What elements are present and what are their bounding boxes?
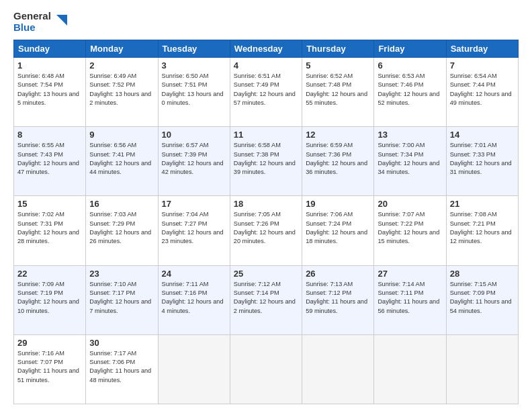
table-cell: 6 Sunrise: 6:53 AM Sunset: 7:46 PM Dayli…: [374, 58, 446, 127]
sunset-text: Sunset: 7:12 PM: [306, 289, 351, 296]
day-number: 6: [378, 60, 442, 71]
day-info: Sunrise: 7:07 AM Sunset: 7:22 PM Dayligh…: [378, 210, 442, 246]
table-cell: [374, 334, 446, 404]
table-cell: 26 Sunrise: 7:13 AM Sunset: 7:12 PM Dayl…: [302, 265, 374, 334]
day-number: 11: [234, 130, 298, 140]
sunrise-text: Sunrise: 7:00 AM: [378, 142, 425, 148]
table-cell: 14 Sunrise: 7:01 AM Sunset: 7:33 PM Dayl…: [446, 127, 518, 196]
day-info: Sunrise: 6:59 AM Sunset: 7:36 PM Dayligh…: [306, 141, 370, 177]
sunrise-text: Sunrise: 7:02 AM: [17, 211, 64, 218]
logo-general: General: [13, 11, 51, 22]
sunset-text: Sunset: 7:22 PM: [378, 220, 423, 227]
sunset-text: Sunset: 7:11 PM: [378, 289, 423, 296]
day-number: 1: [17, 60, 82, 71]
day-info: Sunrise: 7:09 AM Sunset: 7:19 PM Dayligh…: [17, 280, 82, 316]
sunset-text: Sunset: 7:36 PM: [306, 151, 351, 158]
table-cell: [158, 334, 230, 404]
sunset-text: Sunset: 7:54 PM: [17, 81, 63, 88]
logo-blue: Blue: [13, 22, 51, 34]
day-info: Sunrise: 7:13 AM Sunset: 7:12 PM Dayligh…: [306, 280, 370, 316]
calendar-table: Sunday Monday Tuesday Wednesday Thursday…: [13, 40, 519, 404]
header: General Blue: [13, 11, 519, 33]
day-info: Sunrise: 6:53 AM Sunset: 7:46 PM Dayligh…: [378, 72, 442, 107]
day-number: 5: [306, 60, 370, 71]
header-friday: Friday: [374, 40, 446, 58]
sunrise-text: Sunrise: 7:08 AM: [450, 211, 497, 218]
daylight-text: Daylight: 12 hours and 52 minutes.: [378, 91, 439, 106]
day-number: 20: [378, 199, 442, 209]
table-cell: 13 Sunrise: 7:00 AM Sunset: 7:34 PM Dayl…: [374, 127, 446, 196]
day-number: 21: [450, 199, 515, 209]
day-info: Sunrise: 6:48 AM Sunset: 7:54 PM Dayligh…: [17, 72, 82, 107]
sunrise-text: Sunrise: 7:09 AM: [17, 281, 64, 287]
week-row-4: 22 Sunrise: 7:09 AM Sunset: 7:19 PM Dayl…: [14, 265, 519, 334]
day-number: 27: [378, 269, 442, 279]
sunrise-text: Sunrise: 6:56 AM: [89, 142, 136, 148]
sunset-text: Sunset: 7:41 PM: [89, 151, 135, 158]
week-row-2: 8 Sunrise: 6:55 AM Sunset: 7:43 PM Dayli…: [14, 127, 519, 196]
day-number: 18: [234, 199, 298, 209]
day-number: 17: [162, 199, 226, 209]
sunset-text: Sunset: 7:06 PM: [89, 359, 135, 365]
sunrise-text: Sunrise: 7:01 AM: [450, 142, 497, 148]
daylight-text: Daylight: 13 hours and 2 minutes.: [89, 91, 151, 106]
sunrise-text: Sunrise: 6:54 AM: [450, 73, 497, 79]
table-cell: 12 Sunrise: 6:59 AM Sunset: 7:36 PM Dayl…: [302, 127, 374, 196]
sunrise-text: Sunrise: 6:50 AM: [162, 73, 209, 79]
sunrise-text: Sunrise: 6:59 AM: [306, 142, 353, 148]
day-info: Sunrise: 6:55 AM Sunset: 7:43 PM Dayligh…: [17, 141, 82, 177]
sunset-text: Sunset: 7:49 PM: [234, 81, 279, 88]
daylight-text: Daylight: 11 hours and 59 minutes.: [306, 298, 367, 314]
sunset-text: Sunset: 7:44 PM: [450, 81, 496, 88]
table-cell: 1 Sunrise: 6:48 AM Sunset: 7:54 PM Dayli…: [14, 58, 86, 127]
page: General Blue Sunday Monday Tuesday Wedne…: [0, 0, 532, 411]
daylight-text: Daylight: 12 hours and 12 minutes.: [450, 229, 512, 244]
day-info: Sunrise: 6:57 AM Sunset: 7:39 PM Dayligh…: [162, 141, 226, 177]
day-info: Sunrise: 7:00 AM Sunset: 7:34 PM Dayligh…: [378, 141, 442, 177]
daylight-text: Daylight: 12 hours and 39 minutes.: [234, 160, 296, 175]
sunset-text: Sunset: 7:29 PM: [89, 220, 135, 227]
sunrise-text: Sunrise: 6:49 AM: [89, 73, 136, 79]
sunset-text: Sunset: 7:27 PM: [162, 220, 208, 227]
sunset-text: Sunset: 7:07 PM: [17, 359, 63, 365]
sunset-text: Sunset: 7:26 PM: [234, 220, 279, 227]
day-info: Sunrise: 6:51 AM Sunset: 7:49 PM Dayligh…: [234, 72, 298, 107]
svg-marker-0: [56, 15, 67, 26]
day-info: Sunrise: 7:04 AM Sunset: 7:27 PM Dayligh…: [162, 210, 226, 246]
day-info: Sunrise: 7:15 AM Sunset: 7:09 PM Dayligh…: [450, 280, 515, 316]
table-cell: 15 Sunrise: 7:02 AM Sunset: 7:31 PM Dayl…: [14, 196, 86, 265]
day-number: 22: [17, 269, 82, 279]
daylight-text: Daylight: 12 hours and 2 minutes.: [234, 298, 296, 314]
daylight-text: Daylight: 12 hours and 49 minutes.: [450, 91, 512, 106]
sunrise-text: Sunrise: 7:03 AM: [89, 211, 136, 218]
sunrise-text: Sunrise: 7:12 AM: [234, 281, 281, 287]
day-info: Sunrise: 7:08 AM Sunset: 7:21 PM Dayligh…: [450, 210, 515, 246]
day-info: Sunrise: 7:10 AM Sunset: 7:17 PM Dayligh…: [89, 280, 154, 316]
day-info: Sunrise: 6:56 AM Sunset: 7:41 PM Dayligh…: [89, 141, 154, 177]
daylight-text: Daylight: 12 hours and 23 minutes.: [162, 229, 224, 244]
table-cell: 30 Sunrise: 7:17 AM Sunset: 7:06 PM Dayl…: [86, 334, 158, 404]
day-number: 15: [17, 199, 82, 209]
day-number: 19: [306, 199, 370, 209]
sunrise-text: Sunrise: 6:53 AM: [378, 73, 425, 79]
day-number: 29: [17, 338, 82, 348]
day-info: Sunrise: 6:54 AM Sunset: 7:44 PM Dayligh…: [450, 72, 515, 107]
day-info: Sunrise: 7:05 AM Sunset: 7:26 PM Dayligh…: [234, 210, 298, 246]
daylight-text: Daylight: 12 hours and 34 minutes.: [378, 160, 439, 175]
sunset-text: Sunset: 7:39 PM: [162, 151, 208, 158]
daylight-text: Daylight: 12 hours and 44 minutes.: [89, 160, 151, 175]
day-number: 9: [89, 130, 154, 140]
table-cell: 9 Sunrise: 6:56 AM Sunset: 7:41 PM Dayli…: [86, 127, 158, 196]
sunrise-text: Sunrise: 6:48 AM: [17, 73, 64, 79]
table-cell: [302, 334, 374, 404]
daylight-text: Daylight: 13 hours and 5 minutes.: [17, 91, 79, 106]
day-number: 13: [378, 130, 442, 140]
sunrise-text: Sunrise: 7:05 AM: [234, 211, 281, 218]
table-cell: 29 Sunrise: 7:16 AM Sunset: 7:07 PM Dayl…: [14, 334, 86, 404]
day-info: Sunrise: 7:01 AM Sunset: 7:33 PM Dayligh…: [450, 141, 515, 177]
day-number: 14: [450, 130, 515, 140]
daylight-text: Daylight: 12 hours and 31 minutes.: [450, 160, 512, 175]
sunset-text: Sunset: 7:34 PM: [378, 151, 423, 158]
table-cell: 2 Sunrise: 6:49 AM Sunset: 7:52 PM Dayli…: [86, 58, 158, 127]
sunset-text: Sunset: 7:16 PM: [162, 289, 208, 296]
